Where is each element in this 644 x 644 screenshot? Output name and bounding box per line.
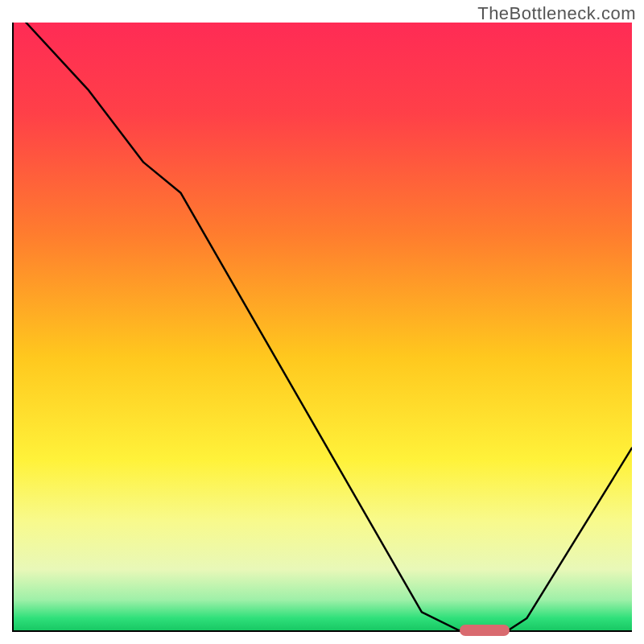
chart-plot-area <box>12 23 632 632</box>
watermark-text: TheBottleneck.com <box>477 3 636 24</box>
optimal-range-marker <box>460 625 510 636</box>
chart-svg <box>14 23 632 630</box>
